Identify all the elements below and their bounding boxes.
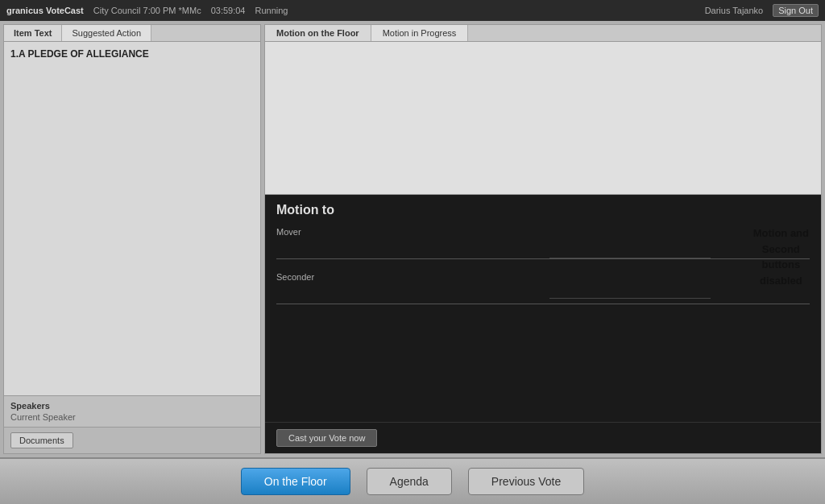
speakers-section: Speakers Current Speaker — [4, 395, 260, 427]
tab-item-text[interactable]: Item Text — [4, 25, 62, 41]
seconder-label: Seconder — [276, 272, 810, 282]
left-tabs: Item Text Suggested Action — [4, 25, 260, 42]
sign-out-button[interactable]: Sign Out — [773, 4, 819, 17]
seconder-field — [276, 290, 810, 304]
motion-floor-area — [265, 42, 821, 195]
user-name: Darius Tajanko — [705, 6, 764, 15]
tab-motion-progress[interactable]: Motion in Progress — [371, 25, 469, 41]
main-content: Item Text Suggested Action 1.A PLEDGE OF… — [0, 21, 825, 457]
top-bar: granicus VoteCast City Council 7:00 PM *… — [0, 0, 825, 21]
nav-on-the-floor[interactable]: On the Floor — [241, 468, 350, 495]
left-panel: Item Text Suggested Action 1.A PLEDGE OF… — [3, 24, 261, 454]
motion-to-label: Motion to — [276, 203, 810, 217]
left-content: 1.A PLEDGE OF ALLEGIANCE — [4, 42, 260, 395]
tab-suggested-action[interactable]: Suggested Action — [62, 25, 151, 41]
meeting-info: City Council 7:00 PM *MMc — [93, 6, 201, 15]
motion-section: Motion to Mover Seconder — [265, 195, 821, 422]
bottom-nav: On the Floor Agenda Previous Vote — [0, 457, 825, 504]
mover-field — [276, 245, 810, 259]
left-footer: Documents — [4, 427, 260, 453]
right-tabs: Motion on the Floor Motion in Progress — [265, 25, 821, 42]
speakers-label: Speakers — [10, 401, 254, 411]
tab-motion-floor[interactable]: Motion on the Floor — [265, 25, 371, 41]
documents-button[interactable]: Documents — [10, 432, 73, 448]
app-title: granicus VoteCast — [6, 6, 84, 15]
timer: 03:59:04 — [211, 6, 246, 15]
nav-agenda[interactable]: Agenda — [367, 468, 452, 495]
mover-label: Mover — [276, 227, 810, 237]
nav-previous-vote[interactable]: Previous Vote — [468, 468, 584, 495]
right-panel: Motion on the Floor Motion in Progress M… — [264, 24, 822, 454]
right-footer: Cast your Vote now — [265, 422, 821, 453]
cast-vote-button[interactable]: Cast your Vote now — [276, 429, 377, 447]
agenda-item: 1.A PLEDGE OF ALLEGIANCE — [10, 48, 254, 60]
status: Running — [255, 6, 288, 15]
current-speaker: Current Speaker — [10, 412, 254, 422]
annotation: Motion andSecondbuttonsdisabled — [753, 225, 809, 288]
